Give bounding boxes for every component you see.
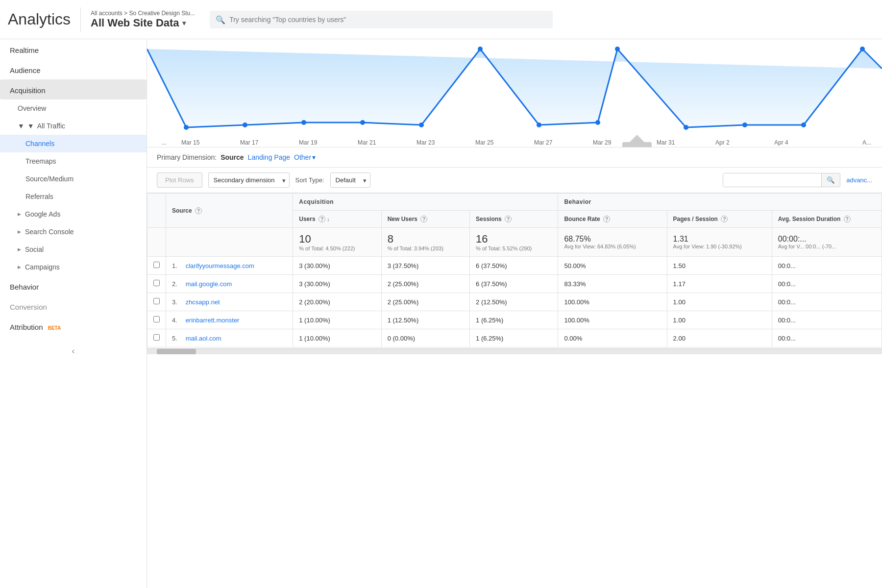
source-help-icon[interactable]: ?: [195, 207, 202, 214]
svg-point-2: [301, 120, 306, 125]
bounce-rate-help-icon[interactable]: ?: [603, 216, 610, 222]
secondary-dim-select[interactable]: Secondary dimension: [208, 172, 290, 188]
row-checkbox-input-4[interactable]: [153, 334, 160, 341]
row-pages-session-4: 2.00: [667, 329, 772, 347]
sidebar-item-behavior[interactable]: Behavior: [0, 276, 147, 296]
row-users-1: 3 (30.00%): [293, 275, 381, 293]
row-checkbox-4[interactable]: [147, 329, 166, 347]
row-checkbox-input-2[interactable]: [153, 298, 160, 304]
th-behavior-group: Behavior: [558, 194, 882, 211]
sidebar: Realtime Audience Acquisition Overview ▼…: [0, 39, 147, 588]
sidebar-item-treemaps[interactable]: Treemaps: [0, 152, 147, 170]
table-row: 5. mail.aol.com 1 (10.00%) 0 (0.00%) 1 (…: [147, 329, 882, 347]
row-users-0: 3 (30.00%): [293, 257, 381, 275]
th-acquisition-group: Acquisition: [293, 194, 558, 211]
users-help-icon[interactable]: ?: [318, 216, 325, 222]
row-num-2: 3.: [172, 298, 184, 306]
sidebar-item-acquisition[interactable]: Acquisition: [0, 79, 147, 99]
primary-dim-other[interactable]: Other ▾: [294, 153, 316, 161]
table-search-input[interactable]: [723, 173, 821, 187]
sidebar-item-social[interactable]: Social: [0, 241, 147, 258]
row-checkbox-input-0[interactable]: [153, 262, 160, 268]
svg-point-8: [615, 47, 620, 51]
row-checkbox-2[interactable]: [147, 293, 166, 311]
secondary-dim-wrapper: Secondary dimension: [208, 172, 290, 188]
row-source-1: 2. mail.google.com: [166, 275, 293, 293]
primary-dim-landing-page[interactable]: Landing Page: [248, 153, 290, 161]
beta-badge: BETA: [48, 325, 61, 331]
primary-dimension-bar: Primary Dimension: Source Landing Page O…: [147, 147, 882, 168]
svg-point-12: [860, 47, 865, 51]
svg-point-7: [595, 120, 600, 125]
table-search-button[interactable]: 🔍: [821, 173, 840, 187]
sidebar-item-conversion[interactable]: Conversion: [0, 296, 147, 316]
sidebar-item-search-console[interactable]: Search Console: [0, 223, 147, 241]
total-source-cell: [166, 228, 293, 257]
row-source-4: 5. mail.aol.com: [166, 329, 293, 347]
attribution-label: Attribution: [10, 323, 43, 331]
sort-type-select[interactable]: Default: [330, 172, 370, 188]
row-checkbox-1[interactable]: [147, 275, 166, 293]
sidebar-item-referrals[interactable]: Referrals: [0, 188, 147, 205]
sidebar-item-overview[interactable]: Overview: [0, 99, 147, 117]
svg-point-6: [537, 122, 541, 127]
row-sessions-3: 1 (6.25%): [470, 311, 558, 329]
row-bounce-rate-3: 100.00%: [558, 311, 667, 329]
pages-session-help-icon[interactable]: ?: [721, 216, 728, 222]
row-checkbox-input-1[interactable]: [153, 280, 160, 286]
new-users-help-icon[interactable]: ?: [420, 216, 427, 222]
row-source-link-4[interactable]: mail.aol.com: [186, 335, 221, 342]
row-new-users-0: 3 (37.50%): [381, 257, 469, 275]
row-num-0: 1.: [172, 262, 184, 270]
sidebar-item-campaigns[interactable]: Campaigns: [0, 258, 147, 276]
row-checkbox-0[interactable]: [147, 257, 166, 275]
row-source-3: 4. erinbarrett.monster: [166, 311, 293, 329]
row-source-link-1[interactable]: mail.google.com: [186, 280, 232, 288]
sidebar-collapse-btn[interactable]: ‹: [72, 346, 75, 356]
row-checkbox-input-3[interactable]: [153, 316, 160, 322]
sidebar-item-google-ads[interactable]: Google Ads: [0, 205, 147, 223]
table-row: 4. erinbarrett.monster 1 (10.00%) 1 (12.…: [147, 311, 882, 329]
site-selector[interactable]: All Web Site Data ▾: [91, 17, 195, 29]
plot-rows-button[interactable]: Plot Rows: [157, 172, 202, 188]
avg-session-help-icon[interactable]: ?: [844, 216, 851, 222]
table-row: 1. clarifyyourmessage.com 3 (30.00%) 3 (…: [147, 257, 882, 275]
total-checkbox-cell: [147, 228, 166, 257]
total-bounce-rate-cell: 68.75% Avg for View: 64.83% (6.05%): [558, 228, 667, 257]
table-row: 3. zhcsapp.net 2 (20.00%) 2 (25.00%) 2 (…: [147, 293, 882, 311]
svg-point-9: [684, 125, 688, 130]
row-source-link-2[interactable]: zhcsapp.net: [186, 298, 220, 306]
row-checkbox-3[interactable]: [147, 311, 166, 329]
row-users-4: 1 (10.00%): [293, 329, 381, 347]
sidebar-item-all-traffic[interactable]: ▼ All Traffic: [0, 117, 147, 135]
svg-point-3: [360, 120, 365, 125]
row-bounce-rate-1: 83.33%: [558, 275, 667, 293]
svg-text:...: ...: [162, 139, 167, 146]
table-search-box: 🔍: [723, 173, 840, 187]
sidebar-item-audience[interactable]: Audience: [0, 59, 147, 79]
row-avg-session-4: 00:0...: [772, 329, 882, 347]
sidebar-item-attribution[interactable]: Attribution BETA: [0, 316, 147, 336]
header-search-input[interactable]: [210, 11, 553, 28]
svg-text:Mar 27: Mar 27: [534, 139, 553, 146]
advanced-link[interactable]: advanc...: [846, 176, 872, 184]
sidebar-item-source-medium[interactable]: Source/Medium: [0, 170, 147, 188]
sidebar-item-realtime[interactable]: Realtime: [0, 39, 147, 59]
horizontal-scrollbar[interactable]: [147, 348, 882, 354]
row-bounce-rate-4: 0.00%: [558, 329, 667, 347]
row-avg-session-3: 00:0...: [772, 311, 882, 329]
total-sessions-cell: 16 % of Total: 5.52% (290): [470, 228, 558, 257]
row-source-link-0[interactable]: clarifyyourmessage.com: [186, 262, 254, 270]
header-search-container: 🔍: [210, 11, 553, 28]
sidebar-item-channels[interactable]: Channels: [0, 135, 147, 152]
th-new-users: New Users ?: [381, 211, 469, 228]
site-dropdown-arrow[interactable]: ▾: [182, 19, 186, 27]
row-source-link-3[interactable]: erinbarrett.monster: [186, 317, 240, 324]
row-users-2: 2 (20.00%): [293, 293, 381, 311]
other-dropdown-icon[interactable]: ▾: [312, 153, 316, 161]
scrollbar-thumb[interactable]: [157, 349, 196, 354]
sessions-help-icon[interactable]: ?: [505, 216, 512, 222]
table-row: 2. mail.google.com 3 (30.00%) 2 (25.00%)…: [147, 275, 882, 293]
breadcrumb: All accounts > So Creative Design Stu...: [91, 10, 195, 17]
total-new-users-cell: 8 % of Total: 3.94% (203): [381, 228, 469, 257]
